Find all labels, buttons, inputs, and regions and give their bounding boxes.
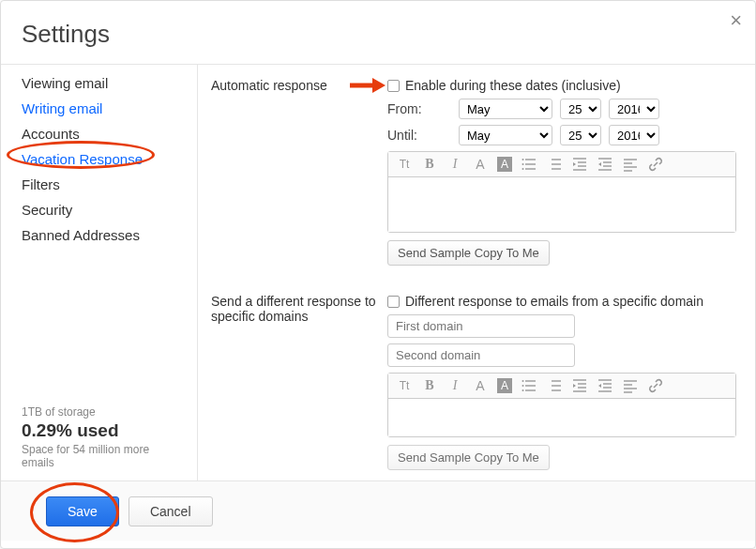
first-domain-input[interactable] — [387, 314, 575, 338]
font-size-icon[interactable]: Tt — [396, 156, 413, 173]
numbered-list-icon[interactable] — [546, 377, 563, 394]
indent-more-icon[interactable] — [597, 377, 613, 394]
svg-point-5 — [522, 168, 524, 170]
italic-icon[interactable]: I — [446, 156, 463, 173]
link-icon[interactable] — [647, 156, 664, 173]
text-color-icon[interactable]: A — [472, 377, 489, 394]
auto-response-textarea[interactable] — [388, 177, 735, 232]
indent-more-icon[interactable] — [597, 156, 613, 173]
numbered-list-icon[interactable] — [546, 156, 563, 173]
align-left-icon[interactable] — [622, 377, 639, 394]
domain-response-label: Send a different response to specific do… — [211, 294, 387, 470]
modal-footer: Save Cancel — [1, 480, 755, 541]
domain-response-editor: Tt B I A A — [387, 373, 736, 437]
link-icon[interactable] — [647, 377, 664, 394]
highlight-color-icon[interactable]: A — [497, 157, 512, 172]
domain-response-textarea[interactable] — [388, 399, 735, 436]
sidebar-item-accounts[interactable]: Accounts — [1, 121, 197, 146]
from-day-select[interactable]: 25 — [560, 99, 601, 119]
sidebar-item-viewing-email[interactable]: Viewing email — [1, 70, 197, 96]
auto-response-editor: Tt B I A A — [387, 151, 736, 233]
auto-response-send-sample-button[interactable]: Send Sample Copy To Me — [387, 240, 550, 266]
svg-point-26 — [522, 389, 524, 391]
until-month-select[interactable]: May — [459, 125, 552, 145]
indent-less-icon[interactable] — [571, 156, 588, 173]
sidebar-item-filters[interactable]: Filters — [1, 172, 197, 197]
bold-icon[interactable]: B — [421, 377, 438, 394]
svg-point-4 — [522, 163, 524, 165]
svg-point-25 — [522, 385, 524, 387]
domain-response-checkbox[interactable] — [387, 296, 400, 308]
storage-total: 1TB of storage — [22, 405, 184, 419]
bullet-list-icon[interactable] — [521, 377, 537, 394]
domain-response-checkbox-label: Different response to emails from a spec… — [405, 294, 703, 309]
editor-toolbar: Tt B I A A — [388, 152, 735, 177]
storage-used: 0.29% used — [22, 420, 184, 441]
cancel-button[interactable]: Cancel — [129, 496, 213, 526]
sidebar-item-vacation-response[interactable]: Vacation Response — [1, 146, 197, 172]
svg-point-24 — [522, 380, 524, 382]
font-size-icon[interactable]: Tt — [396, 377, 413, 394]
storage-space: Space for 54 million more emails — [22, 443, 184, 469]
second-domain-input[interactable] — [387, 343, 575, 367]
align-left-icon[interactable] — [622, 156, 639, 173]
settings-modal: × Settings Viewing email Writing email A… — [0, 0, 756, 549]
from-label: From: — [387, 101, 451, 116]
sidebar-item-writing-email[interactable]: Writing email — [1, 96, 197, 121]
enable-dates-label: Enable during these dates (inclusive) — [405, 78, 621, 93]
svg-point-3 — [522, 159, 524, 160]
settings-sidebar: Viewing email Writing email Accounts Vac… — [1, 65, 198, 480]
storage-info: 1TB of storage 0.29% used Space for 54 m… — [1, 398, 197, 480]
editor-toolbar-2: Tt B I A A — [388, 374, 735, 399]
sidebar-item-security[interactable]: Security — [1, 197, 197, 222]
from-year-select[interactable]: 2016 — [609, 99, 659, 119]
auto-response-label: Automatic response — [211, 78, 387, 266]
italic-icon[interactable]: I — [446, 377, 463, 394]
save-button[interactable]: Save — [46, 496, 119, 526]
highlight-color-icon[interactable]: A — [497, 378, 512, 393]
bullet-list-icon[interactable] — [521, 156, 537, 173]
close-icon[interactable]: × — [730, 10, 742, 31]
enable-dates-checkbox[interactable] — [387, 80, 400, 92]
bold-icon[interactable]: B — [421, 156, 438, 173]
text-color-icon[interactable]: A — [472, 156, 489, 173]
page-title: Settings — [1, 1, 755, 64]
until-label: Until: — [387, 128, 451, 143]
settings-content: Automatic response Enable during these d… — [198, 65, 755, 480]
domain-response-send-sample-button[interactable]: Send Sample Copy To Me — [387, 445, 550, 470]
until-day-select[interactable]: 25 — [560, 125, 601, 145]
until-year-select[interactable]: 2016 — [609, 125, 659, 145]
indent-less-icon[interactable] — [571, 377, 588, 394]
from-month-select[interactable]: May — [459, 99, 552, 119]
sidebar-item-banned-addresses[interactable]: Banned Addresses — [1, 222, 197, 248]
